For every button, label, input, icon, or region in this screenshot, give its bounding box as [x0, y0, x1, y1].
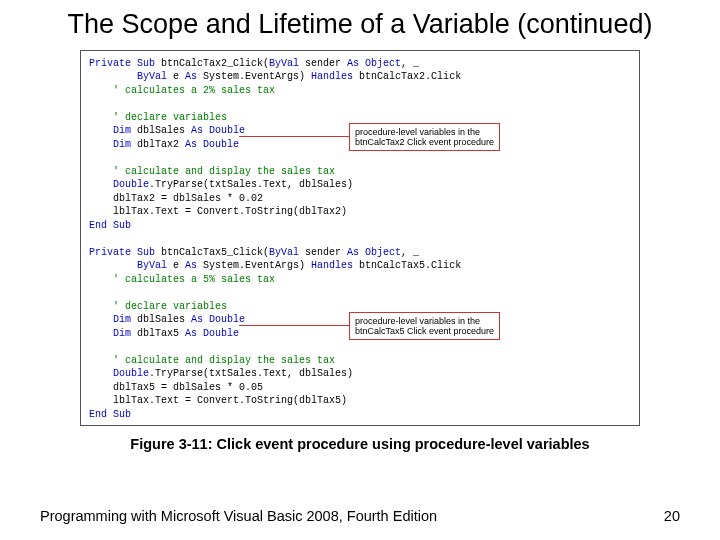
code-line: lblTax.Text = Convert.ToString(dblTax2): [89, 205, 631, 219]
code-line: ' calculates a 2% sales tax: [89, 84, 631, 98]
callout-text: procedure-level variables in the: [355, 316, 480, 326]
code-line: dblTax2 = dblSales * 0.02: [89, 192, 631, 206]
figure-caption: Figure 3-11: Click event procedure using…: [40, 436, 680, 452]
footer-page-number: 20: [664, 508, 680, 524]
callout-connector: [239, 325, 349, 326]
code-line: [89, 340, 631, 354]
callout-box-proc2: procedure-level variables in the btnCalc…: [349, 312, 500, 341]
code-line: [89, 151, 631, 165]
callout-text: btnCalcTax2 Click event procedure: [355, 137, 494, 147]
code-line: lblTax.Text = Convert.ToString(dblTax5): [89, 394, 631, 408]
code-line: ' calculate and display the sales tax: [89, 354, 631, 368]
callout-text: procedure-level variables in the: [355, 127, 480, 137]
code-line: Double.TryParse(txtSales.Text, dblSales): [89, 367, 631, 381]
code-line: dblTax5 = dblSales * 0.05: [89, 381, 631, 395]
callout-box-proc1: procedure-level variables in the btnCalc…: [349, 123, 500, 152]
code-line: ByVal e As System.EventArgs) Handles btn…: [89, 259, 631, 273]
callout-connector: [239, 136, 349, 137]
code-line: [89, 232, 631, 246]
code-line: [89, 97, 631, 111]
footer-book-title: Programming with Microsoft Visual Basic …: [40, 508, 437, 524]
code-line: Double.TryParse(txtSales.Text, dblSales): [89, 178, 631, 192]
slide-footer: Programming with Microsoft Visual Basic …: [40, 508, 680, 524]
callout-text: btnCalcTax5 Click event procedure: [355, 326, 494, 336]
code-line: End Sub: [89, 408, 631, 422]
code-line: End Sub: [89, 219, 631, 233]
code-line: ' calculates a 5% sales tax: [89, 273, 631, 287]
code-line: ByVal e As System.EventArgs) Handles btn…: [89, 70, 631, 84]
slide-title: The Scope and Lifetime of a Variable (co…: [40, 8, 680, 42]
code-line: [89, 286, 631, 300]
code-line: Private Sub btnCalcTax5_Click(ByVal send…: [89, 246, 631, 260]
code-line: Private Sub btnCalcTax2_Click(ByVal send…: [89, 57, 631, 71]
code-figure: Private Sub btnCalcTax2_Click(ByVal send…: [80, 50, 640, 427]
code-line: ' calculate and display the sales tax: [89, 165, 631, 179]
